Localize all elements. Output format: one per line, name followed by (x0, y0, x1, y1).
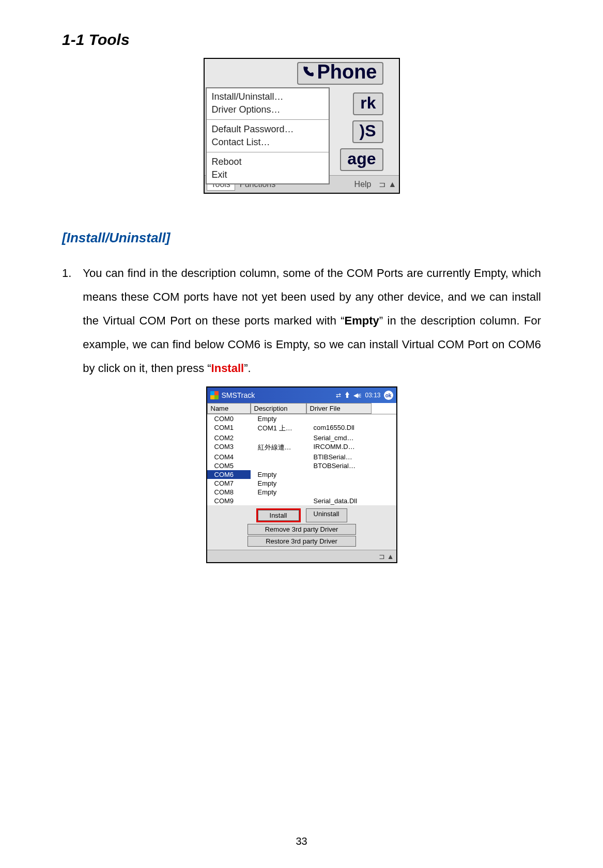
figure-1: Phone Install/Uninstall… Driver Options…… (62, 58, 541, 194)
emphasis-empty: Empty (345, 314, 379, 327)
table-cell: Empty (251, 414, 306, 423)
signal-icon (344, 392, 350, 399)
install-button[interactable]: Install (258, 510, 299, 521)
restore-3rd-party-button[interactable]: Restore 3rd party Driver (248, 536, 356, 547)
table-row[interactable]: COM6Empty (207, 470, 396, 479)
clock-text: 03:13 (365, 392, 380, 399)
table-body: COM0EmptyCOM1COM1 上…com16550.DllCOM2Seri… (207, 414, 396, 505)
table-cell: Serial_cmd… (306, 433, 372, 442)
table-cell: COM5 (207, 461, 251, 470)
window-title: SMSTrack (222, 391, 255, 399)
table-cell: COM6 (207, 470, 251, 479)
tools-dropdown-menu: Install/Uninstall… Driver Options… Defau… (206, 87, 330, 184)
menu-item-exit[interactable]: Exit (207, 168, 329, 181)
phone-button-label: Phone (317, 61, 377, 83)
table-row[interactable]: COM5BTOBSerial… (207, 461, 396, 470)
keyboard-icon[interactable]: ⊐ (379, 552, 385, 561)
menu-item-default-password[interactable]: Default Password… (207, 123, 329, 136)
table-cell (306, 414, 372, 423)
button-row: Install Uninstall (207, 505, 396, 523)
keyboard-icon[interactable]: ⊐ (376, 179, 389, 189)
remove-3rd-party-button[interactable]: Remove 3rd party Driver (248, 524, 356, 535)
table-header: Name Description Driver File (207, 403, 396, 414)
phone-icon (301, 61, 315, 83)
tools-menu-screenshot: Phone Install/Uninstall… Driver Options…… (204, 58, 400, 194)
connectivity-icon: ⇄ (336, 392, 341, 399)
up-triangle-icon[interactable]: ▲ (389, 180, 397, 189)
col-name[interactable]: Name (207, 403, 251, 414)
table-cell: Empty (251, 470, 306, 479)
table-row[interactable]: COM4BTIBSerial… (207, 453, 396, 461)
table-cell: Empty (251, 479, 306, 488)
phone-button[interactable]: Phone (297, 62, 383, 85)
paragraph-text: You can find in the description column, … (83, 261, 541, 380)
table-row[interactable]: COM0Empty (207, 414, 396, 423)
table-cell: COM4 (207, 453, 251, 461)
table-row[interactable]: COM9Serial_data.Dll (207, 497, 396, 505)
up-triangle-icon[interactable]: ▲ (387, 552, 394, 561)
table-cell: COM8 (207, 488, 251, 497)
windows-logo-icon (210, 391, 219, 399)
background-tab[interactable]: age (340, 148, 383, 171)
background-tab[interactable]: rk (353, 92, 383, 115)
smstrack-window: SMSTrack ⇄ ◀ϵ 03:13 ok Name Description … (206, 386, 397, 563)
ok-button[interactable]: ok (384, 391, 393, 400)
figure-2: SMSTrack ⇄ ◀ϵ 03:13 ok Name Description … (62, 386, 541, 563)
table-cell (251, 453, 306, 461)
table-cell: Empty (251, 488, 306, 497)
table-cell: COM2 (207, 433, 251, 442)
subsection-title: [Install/Uninstall] (62, 230, 541, 246)
table-cell: COM1 上… (251, 423, 306, 433)
col-driver-file[interactable]: Driver File (306, 403, 372, 414)
phone-header: Phone (205, 59, 399, 87)
table-cell: COM9 (207, 497, 251, 505)
menubar-help[interactable]: Help (350, 178, 376, 191)
status-icons: ⇄ ◀ϵ 03:13 ok (336, 391, 393, 400)
table-row[interactable]: COM8Empty (207, 488, 396, 497)
table-cell: COM1 (207, 423, 251, 433)
table-cell (306, 470, 372, 479)
page-number: 33 (0, 835, 603, 847)
menu-item-contact-list[interactable]: Contact List… (207, 136, 329, 149)
table-cell (306, 479, 372, 488)
table-cell: com16550.Dll (306, 423, 372, 433)
menu-item-install-uninstall[interactable]: Install/Uninstall… (207, 90, 329, 103)
table-cell: BTOBSerial… (306, 461, 372, 470)
paragraph-list-item: 1. You can find in the description colum… (62, 261, 541, 380)
table-row[interactable]: COM3紅外線連…IRCOMM.D… (207, 442, 396, 453)
table-row[interactable]: COM2Serial_cmd… (207, 433, 396, 442)
table-cell (251, 461, 306, 470)
list-number: 1. (62, 261, 71, 285)
uninstall-button[interactable]: Uninstall (306, 508, 347, 522)
menu-item-driver-options[interactable]: Driver Options… (207, 103, 329, 116)
menu-separator (207, 119, 329, 120)
table-cell: BTIBSerial… (306, 453, 372, 461)
table-cell (251, 433, 306, 442)
emphasis-install: Install (211, 362, 244, 375)
table-cell: IRCOMM.D… (306, 442, 372, 453)
col-description[interactable]: Description (251, 403, 306, 414)
table-row[interactable]: COM7Empty (207, 479, 396, 488)
bottom-bar: ⊐ ▲ (207, 550, 396, 562)
menu-separator (207, 152, 329, 152)
install-highlight-box: Install (256, 508, 301, 522)
menu-item-reboot[interactable]: Reboot (207, 156, 329, 168)
table-cell: COM3 (207, 442, 251, 453)
title-bar: SMSTrack ⇄ ◀ϵ 03:13 ok (207, 388, 396, 403)
table-row[interactable]: COM1COM1 上…com16550.Dll (207, 423, 396, 433)
background-tab[interactable]: )S (352, 120, 383, 143)
table-cell (306, 488, 372, 497)
table-cell (251, 497, 306, 505)
speaker-icon: ◀ϵ (353, 392, 362, 399)
table-cell: COM7 (207, 479, 251, 488)
table-cell: 紅外線連… (251, 442, 306, 453)
table-cell: COM0 (207, 414, 251, 423)
table-cell: Serial_data.Dll (306, 497, 372, 505)
section-title: 1-1 Tools (62, 31, 541, 49)
